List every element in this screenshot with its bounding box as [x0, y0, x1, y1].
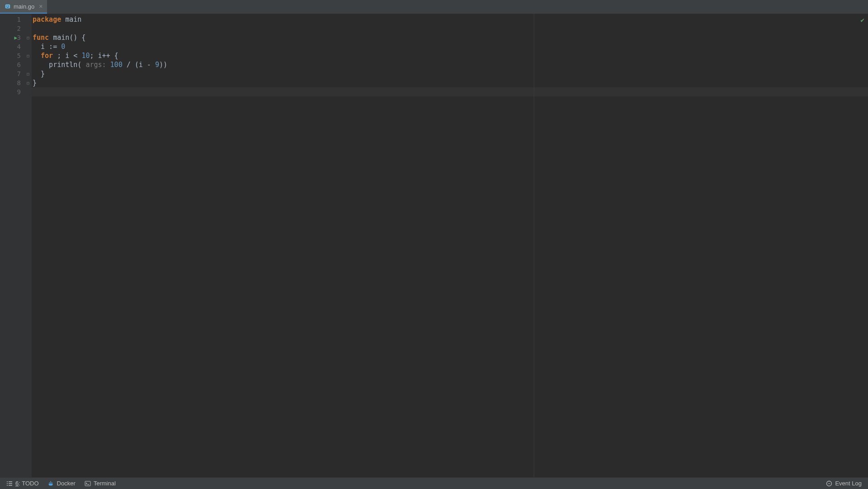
- gutter-line[interactable]: 6: [0, 60, 32, 69]
- gutter-line[interactable]: ⊟ 7: [0, 69, 32, 78]
- code-line[interactable]: }: [32, 78, 868, 87]
- right-margin-guide: [534, 14, 534, 477]
- code-line[interactable]: i := 0: [32, 42, 868, 51]
- fold-close-icon[interactable]: ⊟: [25, 72, 31, 77]
- current-line-highlight: [32, 87, 868, 96]
- svg-rect-11: [50, 481, 51, 482]
- editor-area[interactable]: 1 2 ▶ ⊟ 3 4 ⊟ 5 6 ⊟ 7 ⊟ 8 9 package main…: [0, 14, 868, 477]
- svg-point-2: [8, 5, 9, 6]
- close-icon[interactable]: ×: [39, 3, 43, 10]
- event-log-button[interactable]: Event Log: [826, 480, 862, 487]
- fold-open-icon[interactable]: ⊟: [25, 53, 31, 58]
- docker-tool-button[interactable]: Docker: [48, 480, 76, 487]
- gutter-line[interactable]: 1: [0, 15, 32, 24]
- gutter-line[interactable]: 9: [0, 87, 32, 96]
- status-bar: 6: TODO Docker T: [0, 477, 868, 489]
- fold-close-icon[interactable]: ⊟: [25, 81, 31, 86]
- svg-rect-12: [51, 482, 52, 483]
- todo-tool-button[interactable]: 6: TODO: [6, 480, 39, 487]
- svg-rect-9: [49, 482, 50, 483]
- tool-windows-left: 6: TODO Docker T: [6, 480, 116, 487]
- file-tab[interactable]: main.go ×: [0, 0, 47, 14]
- inspection-ok-icon[interactable]: ✔: [861, 16, 864, 24]
- docker-label: Docker: [57, 480, 76, 487]
- gutter-line[interactable]: 2: [0, 24, 32, 33]
- svg-rect-10: [50, 482, 51, 483]
- event-log-label: Event Log: [835, 480, 862, 487]
- terminal-icon: [85, 480, 91, 487]
- code-line[interactable]: func main() {: [32, 33, 868, 42]
- svg-rect-13: [85, 481, 90, 486]
- go-file-icon: [5, 3, 11, 10]
- gutter-line[interactable]: ⊟ 5: [0, 51, 32, 60]
- terminal-tool-button[interactable]: Terminal: [85, 480, 116, 487]
- gutter-line[interactable]: 4: [0, 42, 32, 51]
- tab-bar: main.go ×: [0, 0, 868, 14]
- terminal-label: Terminal: [94, 480, 116, 487]
- code-content[interactable]: package main func main() { i := 0 for ; …: [32, 14, 868, 477]
- code-line[interactable]: [32, 24, 868, 33]
- tab-filename: main.go: [14, 3, 34, 10]
- svg-point-1: [6, 5, 7, 6]
- gutter: 1 2 ▶ ⊟ 3 4 ⊟ 5 6 ⊟ 7 ⊟ 8 9: [0, 14, 32, 477]
- code-line[interactable]: package main: [32, 15, 868, 24]
- todo-label: 6: TODO: [15, 480, 39, 487]
- gutter-line[interactable]: ▶ ⊟ 3: [0, 33, 32, 42]
- code-line[interactable]: println( args: 100 / (i - 9)): [32, 60, 868, 69]
- code-line[interactable]: }: [32, 69, 868, 78]
- docker-icon: [48, 480, 54, 487]
- list-icon: [6, 480, 13, 487]
- code-line[interactable]: for ; i < 10; i++ {: [32, 51, 868, 60]
- event-log-icon: [826, 480, 832, 487]
- fold-open-icon[interactable]: ⊟: [25, 35, 31, 40]
- gutter-line[interactable]: ⊟ 8: [0, 78, 32, 87]
- run-icon[interactable]: ▶: [14, 35, 17, 41]
